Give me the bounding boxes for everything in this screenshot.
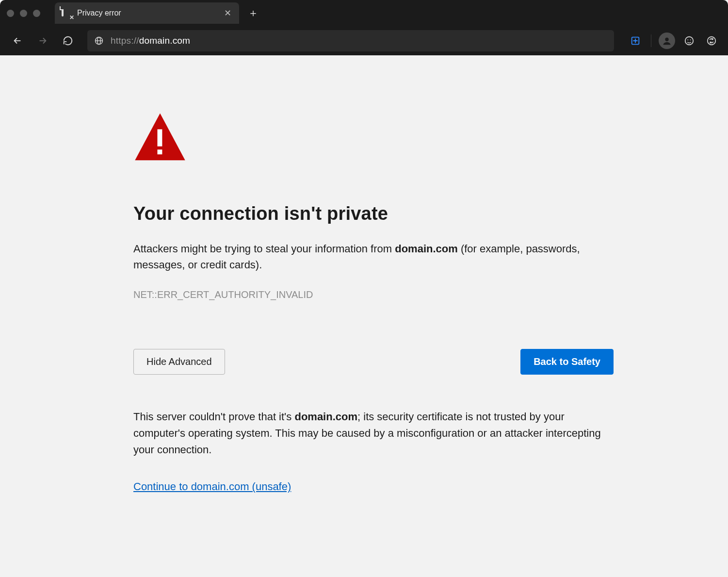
not-secure-icon[interactable]	[94, 36, 104, 46]
error-heading: Your connection isn't private	[133, 203, 614, 224]
url-protocol: https://	[111, 35, 139, 46]
error-message-domain: domain.com	[395, 243, 458, 255]
url-host: domain.com	[139, 35, 191, 46]
proceed-unsafe-link[interactable]: Continue to domain.com (unsafe)	[133, 480, 291, 493]
toolbar-separator	[651, 34, 651, 47]
svg-rect-9	[158, 129, 162, 146]
window-minimize-dot[interactable]	[20, 10, 27, 17]
svg-rect-10	[158, 149, 162, 154]
feedback-smile-icon[interactable]	[679, 31, 699, 50]
toolbar-right	[626, 31, 721, 50]
error-details-domain: domain.com	[294, 411, 357, 423]
address-bar[interactable]: https://domain.com	[87, 30, 614, 51]
svg-point-4	[685, 37, 694, 45]
svg-point-5	[687, 39, 688, 40]
reload-button[interactable]	[57, 30, 79, 51]
window-close-dot[interactable]	[7, 10, 14, 17]
avatar-icon	[659, 33, 675, 49]
tracking-prevention-icon[interactable]	[626, 31, 645, 50]
profile-button[interactable]	[657, 31, 677, 50]
hide-advanced-button[interactable]: Hide Advanced	[133, 349, 225, 375]
toolbar: https://domain.com	[0, 26, 728, 55]
svg-point-3	[665, 38, 668, 41]
error-details: This server couldn't prove that it's dom…	[133, 409, 614, 458]
new-tab-button[interactable]: ＋	[245, 6, 261, 20]
svg-point-7	[708, 37, 716, 45]
error-panel: Your connection isn't private Attackers …	[133, 111, 614, 577]
close-tab-icon[interactable]: ✕	[224, 9, 231, 17]
browser-chrome: ✕ Privacy error ✕ ＋ https://domain.com	[0, 0, 728, 55]
page-content: Your connection isn't private Attackers …	[0, 55, 728, 577]
back-button[interactable]	[7, 30, 28, 51]
tab-title: Privacy error	[77, 9, 218, 17]
tab-strip: ✕ Privacy error ✕ ＋	[0, 0, 728, 26]
back-to-safety-button[interactable]: Back to Safety	[520, 349, 614, 375]
warning-triangle-icon	[133, 111, 614, 165]
svg-point-6	[690, 39, 691, 40]
url-text: https://domain.com	[111, 35, 190, 46]
insecure-page-icon: ✕	[62, 7, 71, 19]
error-code: NET::ERR_CERT_AUTHORITY_INVALID	[133, 289, 614, 300]
sync-icon[interactable]	[702, 31, 721, 50]
action-row: Hide Advanced Back to Safety	[133, 349, 614, 375]
error-message: Attackers might be trying to steal your …	[133, 241, 599, 273]
browser-tab[interactable]: ✕ Privacy error ✕	[55, 2, 239, 24]
forward-button[interactable]	[32, 30, 53, 51]
window-maximize-dot[interactable]	[33, 10, 40, 17]
